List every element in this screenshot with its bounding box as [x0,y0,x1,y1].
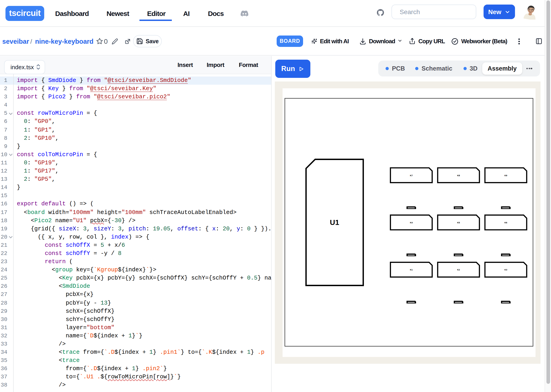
svg-text:K7: K7 [410,174,412,177]
svg-text:K9: K9 [504,174,507,177]
svg-text:U1: U1 [330,218,339,226]
svg-text:K2: K2 [457,268,460,271]
svg-text:K3: K3 [504,268,507,271]
svg-text:K8: K8 [457,174,460,177]
svg-text:K5: K5 [457,221,460,224]
svg-text:K6: K6 [504,221,507,224]
svg-text:K1: K1 [410,268,412,271]
svg-text:K4: K4 [410,221,413,224]
